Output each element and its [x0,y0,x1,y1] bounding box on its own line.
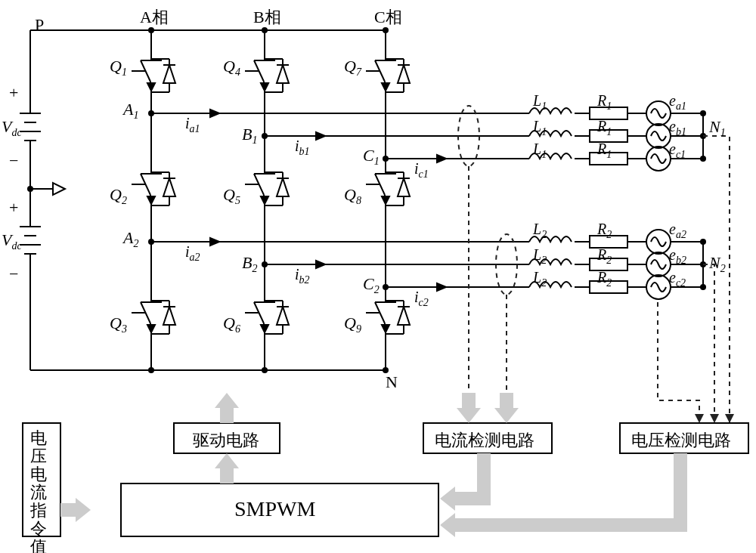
rail-N: N [386,372,398,392]
q2: Q2 [110,185,127,207]
L1c: L1 [533,141,547,161]
phase-C-title: C相 [374,6,402,29]
node-A2: A2 [123,228,138,250]
N1: N1 [709,117,726,139]
L2b: L2 [533,246,547,267]
R2c: R2 [597,269,612,289]
svg-marker-97 [710,414,719,423]
ec1: ec1 [669,141,686,161]
q1: Q1 [110,57,127,79]
leg-A [132,30,175,370]
ec2: ec2 [669,269,686,289]
idet-box: 电流检测电路 [435,429,534,452]
q3: Q3 [110,314,127,335]
rail-P: P [35,15,44,35]
svg-marker-98 [695,414,704,423]
eb2: eb2 [669,246,686,267]
svg-point-93 [700,239,706,245]
ctrl-box: SMPWM [234,497,315,521]
ea2: ea2 [669,221,686,241]
svg-marker-104 [440,487,455,511]
node-C1: C1 [363,146,380,168]
q6: Q6 [223,314,240,335]
node-B2: B2 [242,253,257,275]
R1c: R1 [597,141,612,161]
vdc-2: Vdc [2,230,22,252]
svg-point-80 [700,110,706,116]
svg-point-95 [700,284,706,290]
R2a: R2 [597,221,612,241]
ic2: ic2 [414,289,429,309]
node-C2: C2 [363,274,380,296]
phase-B-title: B相 [253,6,281,29]
ea1: ea1 [669,92,686,113]
L2a: L2 [533,221,547,241]
svg-marker-96 [725,414,734,423]
minus1: − [9,151,18,171]
node-A1: A1 [123,100,138,122]
q8: Q8 [344,185,361,207]
phase-A-title: A相 [140,6,169,29]
drive-box: 驱动电路 [193,429,259,452]
minus2: − [9,264,18,284]
R1b: R1 [597,118,612,138]
ib1: ib1 [295,137,310,158]
ia1: ia1 [185,115,200,135]
q5: Q5 [223,185,240,207]
L2c: L2 [533,269,547,289]
ib2: ib2 [295,266,310,286]
svg-marker-31 [53,183,65,195]
L1a: L1 [533,92,547,113]
svg-point-55 [148,367,154,373]
plus2: + [9,198,18,218]
eb1: eb1 [669,118,686,138]
vdet-box: 电压检测电路 [631,429,731,452]
q7: Q7 [344,57,361,79]
leg-B [245,30,289,370]
ia2: ia2 [185,243,200,264]
R2b: R2 [597,246,612,267]
N2: N2 [709,253,726,275]
plus1: + [9,83,18,103]
vdc-1: Vdc [2,117,22,139]
R1a: R1 [597,92,612,113]
svg-point-82 [700,156,706,162]
ic1: ic1 [414,160,429,181]
leg-C [366,30,410,370]
L1b: L1 [533,118,547,138]
q9: Q9 [344,314,361,335]
svg-point-56 [262,367,268,373]
svg-marker-105 [440,513,455,537]
q4: Q4 [223,57,240,79]
cmd-box: 电压电流指令值 [30,429,53,553]
node-B1: B1 [242,125,257,147]
